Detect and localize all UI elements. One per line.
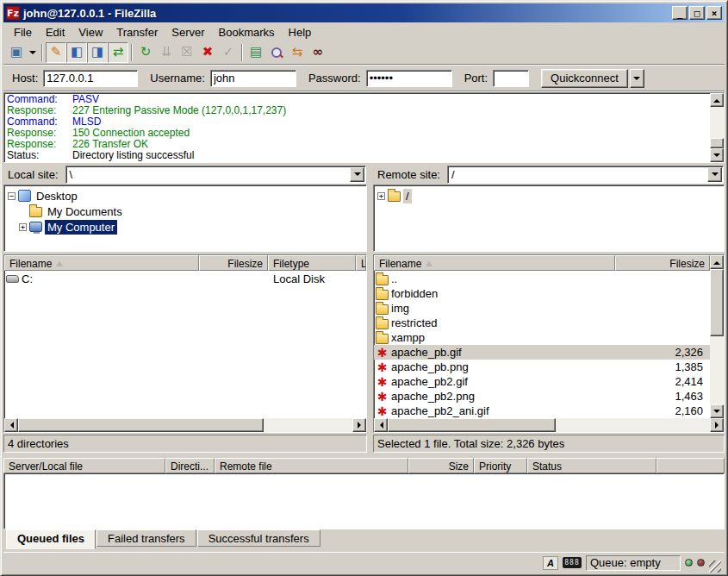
- column-header-priority[interactable]: Priority: [474, 458, 527, 473]
- menu-bookmarks[interactable]: Bookmarks: [212, 24, 282, 41]
- quickconnect-button[interactable]: Quickconnect: [541, 69, 628, 88]
- combo-dropdown-button[interactable]: [350, 167, 364, 182]
- column-header-filesize[interactable]: Filesize: [615, 255, 710, 271]
- column-header-lastmodified[interactable]: L: [356, 255, 366, 271]
- cancel-operation-button[interactable]: ☒: [177, 42, 197, 63]
- scrollbar-thumb[interactable]: [388, 418, 556, 432]
- folder-icon: [376, 304, 389, 315]
- column-header-remote-file[interactable]: Remote file: [215, 458, 408, 473]
- tab-successful-transfers[interactable]: Successful transfers: [197, 529, 320, 547]
- remote-file-row[interactable]: ✱apache_pb2.png1,463: [374, 389, 710, 404]
- scroll-right-button[interactable]: [352, 418, 366, 432]
- speed-limit-indicator-icon[interactable]: 888: [563, 557, 582, 568]
- tree-item-desktop[interactable]: − Desktop: [8, 188, 366, 203]
- port-input[interactable]: [493, 70, 529, 87]
- remote-site-combobox[interactable]: /: [447, 166, 724, 184]
- remote-directory-tree[interactable]: + /: [373, 185, 725, 252]
- message-log-body[interactable]: Command:PASV Response:227 Entering Passi…: [4, 93, 710, 162]
- site-manager-button[interactable]: ▣: [6, 42, 27, 63]
- transfer-type-indicator-icon[interactable]: A: [543, 556, 558, 570]
- scroll-left-button[interactable]: [4, 418, 18, 432]
- remote-file-row[interactable]: ..: [374, 272, 710, 286]
- menu-view[interactable]: View: [72, 24, 109, 41]
- synchronized-browsing-button[interactable]: ⇆: [287, 42, 308, 63]
- close-button[interactable]: ×: [706, 6, 722, 20]
- tab-queued-files[interactable]: Queued files: [6, 529, 96, 549]
- pane-splitter[interactable]: [367, 164, 373, 453]
- remote-file-row[interactable]: restricted: [374, 316, 710, 330]
- tree-item-root[interactable]: + /: [377, 188, 724, 203]
- image-file-icon: ✱: [376, 405, 389, 417]
- remote-file-row[interactable]: xampp: [374, 330, 710, 345]
- scroll-left-button[interactable]: [374, 418, 388, 432]
- title-bar[interactable]: Fz john@127.0.0.1 - FileZilla _ □ ×: [3, 3, 725, 22]
- remote-list-body[interactable]: .. forbidden img restricted xampp ✱apach…: [374, 271, 710, 418]
- maximize-button[interactable]: □: [689, 6, 705, 20]
- column-header-size[interactable]: Size: [408, 458, 474, 473]
- column-header-server-local-file[interactable]: Server/Local file: [3, 458, 165, 473]
- quickconnect-dropdown-button[interactable]: [630, 69, 644, 88]
- receive-activity-led-icon: [685, 559, 693, 567]
- column-header-filename[interactable]: Filename: [374, 255, 615, 271]
- column-header-direction[interactable]: Directi...: [165, 458, 215, 473]
- local-file-row[interactable]: C: Local Disk: [4, 272, 366, 286]
- column-header-status[interactable]: Status: [527, 458, 656, 473]
- column-header-filesize[interactable]: Filesize: [199, 255, 268, 271]
- scrollbar-thumb[interactable]: [710, 138, 724, 148]
- remote-file-row[interactable]: ✱apache_pb2.gif2,414: [374, 374, 710, 389]
- toggle-remote-tree-button[interactable]: ◨: [87, 42, 108, 63]
- log-line: Status:Directory listing successful: [7, 150, 710, 161]
- scrollbar-thumb[interactable]: [18, 418, 264, 432]
- queue-body[interactable]: [3, 473, 725, 529]
- scroll-up-button[interactable]: [710, 255, 724, 269]
- remote-file-row-selected[interactable]: ✱apache_pb.gif2,326: [374, 345, 710, 360]
- toggle-message-log-button[interactable]: ✎: [46, 42, 66, 63]
- scroll-down-button[interactable]: [710, 404, 724, 418]
- directory-comparison-button[interactable]: ∞: [308, 42, 328, 63]
- collapse-icon[interactable]: −: [8, 192, 16, 200]
- remote-horizontal-scrollbar[interactable]: [374, 418, 724, 432]
- combo-dropdown-button[interactable]: [707, 167, 722, 182]
- column-header-filetype[interactable]: Filetype: [268, 255, 356, 271]
- disconnect-button[interactable]: ✖: [197, 42, 218, 63]
- menu-transfer[interactable]: Transfer: [109, 24, 165, 41]
- local-horizontal-scrollbar[interactable]: [4, 418, 366, 432]
- minimize-button[interactable]: _: [672, 6, 688, 20]
- toggle-local-tree-button[interactable]: ◧: [66, 42, 87, 63]
- site-manager-dropdown-button[interactable]: [27, 42, 39, 63]
- toggle-queue-button[interactable]: ⇄: [108, 42, 128, 63]
- scroll-up-button[interactable]: [710, 93, 724, 107]
- local-list-body[interactable]: C: Local Disk: [4, 271, 366, 418]
- local-directory-tree[interactable]: − Desktop My Documents + My Computer: [3, 185, 367, 252]
- log-vertical-scrollbar[interactable]: [710, 93, 724, 162]
- filter-icon: ▤: [250, 46, 262, 59]
- column-header-filename[interactable]: Filename: [4, 255, 199, 271]
- scrollbar-thumb[interactable]: [710, 269, 724, 336]
- tree-item-my-computer[interactable]: + My Computer: [19, 219, 366, 235]
- menu-edit[interactable]: Edit: [39, 24, 72, 41]
- directory-filters-button[interactable]: ▤: [246, 42, 266, 63]
- tree-item-my-documents[interactable]: My Documents: [19, 203, 366, 219]
- refresh-button[interactable]: ↻: [135, 42, 156, 63]
- remote-vertical-scrollbar[interactable]: [710, 255, 724, 418]
- password-input[interactable]: [366, 70, 452, 87]
- menu-server[interactable]: Server: [165, 24, 211, 41]
- tab-failed-transfers[interactable]: Failed transfers: [96, 529, 196, 547]
- remote-file-row[interactable]: img: [374, 301, 710, 316]
- username-input[interactable]: [210, 70, 296, 87]
- local-site-combobox[interactable]: \: [65, 166, 366, 184]
- remote-file-row[interactable]: ✱apache_pb.png1,385: [374, 360, 710, 374]
- process-queue-button[interactable]: ⇊: [156, 42, 177, 63]
- remote-file-row[interactable]: forbidden: [374, 286, 710, 301]
- menu-file[interactable]: File: [7, 24, 39, 41]
- resize-grip[interactable]: [709, 560, 721, 573]
- remote-file-row[interactable]: ✱apache_pb2_ani.gif2,160: [374, 404, 710, 418]
- scroll-right-button[interactable]: [710, 418, 724, 432]
- expand-icon[interactable]: +: [19, 223, 27, 231]
- scroll-down-button[interactable]: [710, 148, 724, 162]
- file-search-button[interactable]: [266, 42, 287, 63]
- expand-icon[interactable]: +: [377, 192, 385, 200]
- host-input[interactable]: [43, 70, 138, 87]
- menu-help[interactable]: Help: [282, 24, 319, 41]
- reconnect-button[interactable]: ✓: [218, 42, 239, 63]
